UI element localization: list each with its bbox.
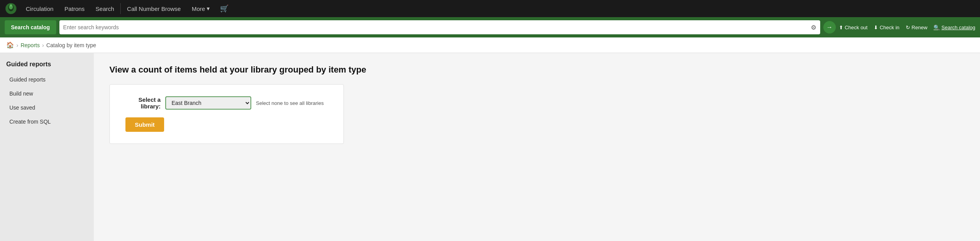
search-catalog-button[interactable]: Search catalog (5, 20, 56, 34)
search-catalog-right-icon: 🔍 (934, 25, 940, 30)
renew-label: Renew (912, 25, 927, 30)
library-label: Select a library: (125, 96, 161, 110)
search-catalog-right-link[interactable]: 🔍 Search catalog (934, 25, 975, 30)
more-label: More (192, 5, 205, 12)
breadcrumb-current: Catalog by item type (46, 42, 96, 48)
main-content: Guided reports Guided reports Build new … (0, 53, 980, 241)
search-go-button[interactable]: → (823, 21, 836, 34)
sidebar-title: Guided reports (0, 61, 94, 73)
checkout-label: Check out (845, 25, 868, 30)
checkin-link[interactable]: ⬇ Check in (874, 25, 900, 30)
nav-item-patrons[interactable]: Patrons (59, 0, 90, 17)
sidebar-item-use-saved[interactable]: Use saved (0, 101, 94, 115)
filter-icon[interactable]: ⚙ (811, 24, 816, 31)
sidebar: Guided reports Guided reports Build new … (0, 53, 94, 241)
sidebar-item-create-from-sql[interactable]: Create from SQL (0, 115, 94, 129)
sidebar-item-build-new[interactable]: Build new (0, 87, 94, 101)
breadcrumb: 🏠 › Reports › Catalog by item type (0, 37, 980, 53)
page-body: View a count of items held at your libra… (94, 53, 980, 241)
chevron-down-icon: ▾ (207, 5, 210, 12)
nav-item-circulation[interactable]: Circulation (20, 0, 59, 17)
library-hint: Select none to see all libraries (256, 100, 324, 106)
library-select[interactable]: East Branch Main Branch West Branch (165, 96, 251, 110)
checkin-label: Check in (880, 25, 900, 30)
svg-point-3 (10, 4, 12, 7)
sidebar-item-guided-reports[interactable]: Guided reports (0, 73, 94, 87)
right-actions: ⬆ Check out ⬇ Check in ↻ Renew 🔍 Search … (839, 25, 975, 30)
top-nav: Circulation Patrons Search Call Number B… (0, 0, 980, 17)
search-input-wrap: ⚙ (59, 20, 820, 34)
page-title: View a count of items held at your libra… (109, 65, 964, 75)
renew-link[interactable]: ↻ Renew (906, 25, 927, 30)
search-bar-row: Search catalog ⚙ → ⬆ Check out ⬇ Check i… (0, 17, 980, 37)
form-card: Select a library: East Branch Main Branc… (109, 84, 344, 144)
checkin-icon: ⬇ (874, 25, 878, 30)
search-catalog-right-label: Search catalog (941, 25, 975, 30)
submit-button[interactable]: Submit (125, 117, 164, 132)
breadcrumb-reports[interactable]: Reports (21, 42, 40, 48)
nav-divider (120, 3, 121, 14)
nav-items: Circulation Patrons Search Call Number B… (20, 0, 215, 17)
home-icon[interactable]: 🏠 (6, 41, 14, 49)
breadcrumb-sep-2: › (42, 42, 44, 48)
breadcrumb-sep-1: › (16, 42, 18, 48)
cart-icon[interactable]: 🛒 (215, 4, 233, 13)
renew-icon: ↻ (906, 25, 910, 30)
checkout-link[interactable]: ⬆ Check out (839, 25, 868, 30)
app-logo (5, 2, 17, 15)
checkout-icon: ⬆ (839, 25, 843, 30)
library-select-row: Select a library: East Branch Main Branc… (125, 96, 328, 110)
nav-item-call-number-browse[interactable]: Call Number Browse (122, 0, 186, 17)
nav-item-more[interactable]: More ▾ (186, 0, 215, 17)
arrow-right-icon: → (826, 24, 833, 31)
nav-item-search[interactable]: Search (90, 0, 120, 17)
search-input[interactable] (63, 24, 808, 30)
